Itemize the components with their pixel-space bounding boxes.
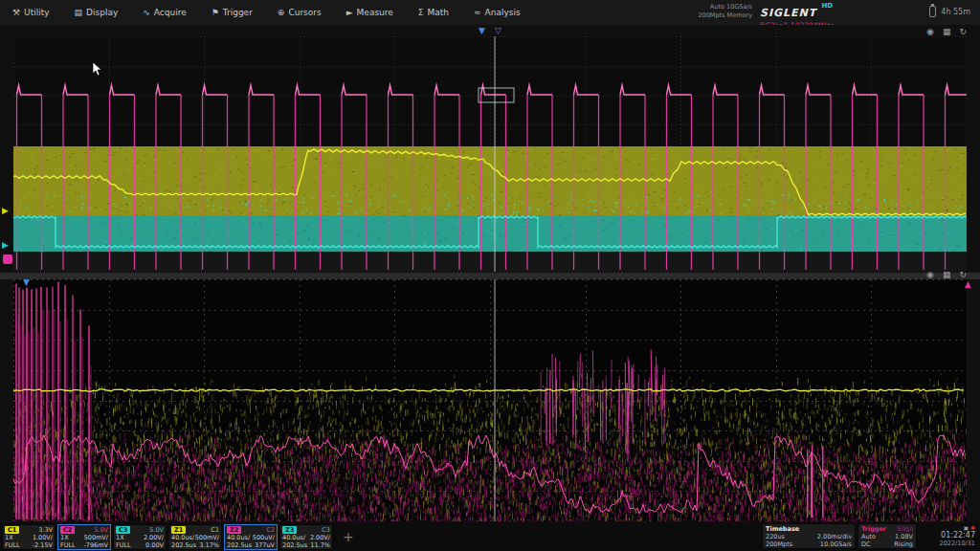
- zoom-timebase: 40.0us/: [171, 534, 194, 541]
- status-bar: C13.3V 1X1.00V/ FULL-2.15V C25.0V 1X500m…: [0, 522, 980, 551]
- menu-measure-label: Measure: [357, 8, 393, 17]
- trigger-coupling: DC: [861, 540, 871, 548]
- memory-depth: 200Mpts: [766, 540, 792, 548]
- zoom-delay: 202.5us: [282, 541, 307, 549]
- timebase-box[interactable]: Timebase 220us2.00ms/div 200Mpts10.0GSa/…: [762, 523, 856, 549]
- timebase-delay: 220us: [766, 533, 785, 540]
- refresh-icon[interactable]: ↻: [959, 271, 967, 279]
- volts-per-div: 2.00V/: [144, 534, 164, 541]
- window-separator[interactable]: [0, 273, 980, 279]
- channel-box-c3[interactable]: C35.0V 1X2.00V/ FULL0.00V: [113, 524, 167, 550]
- clock-box: ▣ ✱ 01:22:47 2022/10/31: [919, 523, 978, 549]
- volts-per-div: 500mV/: [195, 534, 219, 541]
- channel-tab: Z1: [171, 526, 186, 534]
- channel-extra: C3: [322, 526, 330, 534]
- timebase-scale: 2.00ms/div: [817, 533, 852, 540]
- zoom-box-z2[interactable]: Z2C2 40.0us/500uV/ 202.5us377uV: [224, 524, 278, 550]
- volts-per-div: 1.00V/: [33, 534, 53, 541]
- channel-extra: 3.3V: [38, 526, 53, 534]
- acquisition-status-line1: Auto 10GSa/s: [698, 3, 752, 11]
- grid-settings-icon[interactable]: ▦: [943, 271, 951, 279]
- probe-atten: 1X: [116, 534, 124, 541]
- status-bar-right: Timebase 220us2.00ms/div 200Mpts10.0GSa/…: [762, 523, 978, 549]
- trigger-box[interactable]: TriggerEdge Auto1.08V DCRising: [858, 523, 917, 549]
- scope-display-area: ◉ ▦ ↻ ◉ ▦ ↻ ▼ ▽ ▼ ▲ ▶ ▶: [0, 25, 980, 522]
- menu-trigger-label: Trigger: [223, 8, 253, 17]
- zoom-timebase: 40.0us/: [282, 534, 305, 541]
- zoom-delay: 202.5us: [171, 541, 196, 549]
- cursors-icon: ⊕: [278, 8, 285, 17]
- zoom-window-toolbar: ◉ ▦ ↻: [926, 271, 967, 279]
- bandwidth: FULL: [60, 541, 76, 549]
- menu-acquire[interactable]: ∿ Acquire: [130, 0, 198, 25]
- battery-icon: [929, 6, 936, 17]
- hd-badge: HD: [821, 2, 833, 10]
- analysis-icon: ≈: [474, 8, 481, 17]
- menu-display[interactable]: ▤ Display: [62, 0, 131, 25]
- trigger-delay-marker[interactable]: ▼: [479, 27, 485, 35]
- zoom-ratio: 11.7%: [310, 541, 330, 549]
- trigger-level-marker[interactable]: ▲: [965, 280, 971, 289]
- channel-tab: Z3: [282, 526, 297, 534]
- grid-settings-icon[interactable]: ▦: [943, 28, 951, 36]
- ch2-offset-marker[interactable]: [3, 254, 12, 264]
- menu-math[interactable]: Σ Math: [406, 0, 461, 25]
- main-window-toolbar: ◉ ▦ ↻: [926, 28, 967, 36]
- menu-analysis[interactable]: ≈ Analysis: [461, 0, 533, 25]
- camera-icon[interactable]: ◉: [926, 271, 934, 279]
- zoom-delay: 202.5us: [227, 541, 252, 549]
- menu-display-label: Display: [86, 8, 118, 17]
- ch1-offset-marker[interactable]: ▶: [2, 207, 9, 215]
- menu-math-label: Math: [428, 8, 450, 17]
- utility-icon: ⚒: [12, 8, 20, 17]
- mouse-cursor: [92, 61, 103, 77]
- oscilloscope-screen: ⚒ Utility ▤ Display ∿ Acquire ⚑ Trigger …: [0, 0, 980, 551]
- trigger-flag-icon: ⚑: [212, 8, 219, 17]
- record-indicator-icon: ✱: [970, 524, 975, 531]
- menu-analysis-label: Analysis: [485, 8, 521, 17]
- menu-measure[interactable]: ► Measure: [334, 0, 406, 25]
- menu-cursors[interactable]: ⊕ Cursors: [265, 0, 334, 25]
- channel-tab: Z2: [227, 526, 241, 534]
- acquire-icon: ∿: [143, 8, 150, 17]
- volts-per-div: 2.00V/: [310, 534, 330, 541]
- bandwidth: FULL: [116, 541, 131, 549]
- channel-tab: C1: [5, 526, 19, 534]
- display-icon: ▤: [75, 8, 83, 17]
- refresh-icon[interactable]: ↻: [959, 28, 967, 36]
- menu-trigger[interactable]: ⚑ Trigger: [199, 0, 265, 25]
- channel-box-c1[interactable]: C13.3V 1X1.00V/ FULL-2.15V: [2, 524, 56, 550]
- channel-tab: C3: [116, 526, 130, 534]
- zoom-box-z3[interactable]: Z3C3 40.0us/2.00V/ 202.5us11.7%: [279, 524, 333, 550]
- trigger-mode: Auto: [861, 533, 876, 540]
- main-waveform-display[interactable]: [13, 36, 967, 272]
- camera-icon[interactable]: ◉: [926, 28, 934, 36]
- trigger-level: 1.08V: [895, 533, 913, 540]
- zoom-trigger-delay-marker[interactable]: ▼: [23, 278, 30, 287]
- siglent-logo: SIGLENT: [760, 7, 816, 19]
- channel-box-c2[interactable]: C25.0V 1X500mV/ FULL-796mV: [57, 524, 111, 550]
- network-indicator-icon: ▣: [963, 524, 969, 531]
- clock-time: 01:22:47: [922, 532, 975, 540]
- battery-status: 4h 55m: [929, 6, 970, 17]
- ch3-offset-marker[interactable]: ▶: [2, 241, 9, 250]
- offset: -796mV: [83, 541, 108, 549]
- channel-extra: 5.0V: [94, 526, 108, 534]
- battery-time: 4h 55m: [941, 8, 970, 16]
- zoom-box-z1[interactable]: Z1C1 40.0us/500mV/ 202.5us3.17%: [168, 524, 222, 550]
- acquisition-status-line2: 200Mpts Memory: [698, 11, 752, 20]
- offset: 0.00V: [145, 541, 164, 549]
- zoom-timebase: 40.0us/: [227, 534, 250, 541]
- probe-atten: 1X: [5, 534, 13, 541]
- trigger-title: Trigger: [861, 525, 886, 533]
- menu-utility[interactable]: ⚒ Utility: [0, 0, 62, 25]
- trigger-slope: Rising: [894, 540, 913, 548]
- menu-bar: ⚒ Utility ▤ Display ∿ Acquire ⚑ Trigger …: [0, 0, 980, 25]
- bandwidth: FULL: [5, 541, 20, 549]
- trigger-type: Edge: [898, 525, 913, 533]
- zoom-waveform-display[interactable]: [13, 279, 967, 521]
- zoom-position-marker[interactable]: ▽: [495, 27, 501, 35]
- menu-cursors-label: Cursors: [288, 8, 321, 17]
- channel-extra: C2: [266, 526, 275, 534]
- add-channel-button[interactable]: +: [343, 530, 354, 543]
